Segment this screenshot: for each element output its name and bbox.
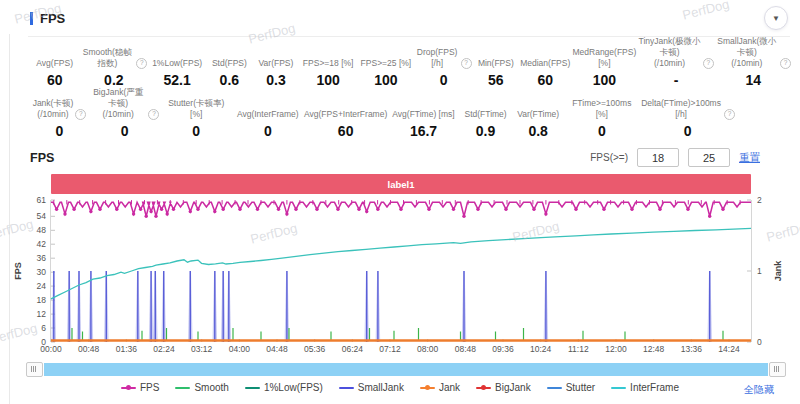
x-tick-label: 12:48	[643, 344, 664, 354]
stat-value: -	[638, 72, 713, 88]
panel-title: FPS	[40, 11, 65, 26]
stat-label: Var(FPS)	[254, 46, 299, 69]
stat-value: 0.3	[254, 72, 299, 88]
x-tick-label: 07:12	[379, 344, 400, 354]
stat-label: Avg(FTime) [ms]	[389, 97, 459, 120]
x-tick-label: 10:24	[530, 344, 551, 354]
chart-plot-area[interactable]: 00:0000:4801:3602:2403:1204:0004:4805:36…	[50, 200, 752, 342]
legend-item-smooth[interactable]: Smooth	[175, 382, 228, 393]
stat-r2-col-8: Var(FTime)0.8	[512, 97, 565, 139]
stat-r1-col-13: SmallJank(微小卡顿) (/10min)14	[715, 46, 792, 88]
legend-line-icon	[611, 387, 626, 389]
y-axis-title: FPS	[12, 200, 24, 342]
x-tick-label: 02:24	[153, 344, 174, 354]
x-tick-label: 12:00	[605, 344, 626, 354]
chart-range-scrollbar	[26, 363, 786, 376]
stat-r1-col-3: 1%Low(FPS)52.1	[148, 46, 206, 88]
legend-item-stutter[interactable]: Stutter	[547, 382, 595, 393]
x-tick-label: 03:12	[191, 344, 212, 354]
scrollbar-right-handle[interactable]	[769, 362, 786, 377]
reset-link[interactable]: 重置	[739, 151, 760, 165]
x-tick-label: 08:00	[417, 344, 438, 354]
stat-label: Drop(FPS) [/h]	[416, 46, 472, 69]
y-tick-label: 30	[37, 267, 46, 277]
legend-line-icon	[339, 387, 354, 389]
stat-label: Median(FPS)	[520, 46, 570, 69]
legend-line-icon	[420, 387, 435, 389]
stat-value: 56	[474, 72, 519, 88]
y-tick-label: 18	[37, 295, 46, 305]
stat-label: MedRange(FPS)[%]	[572, 46, 636, 69]
legend-label: SmallJank	[358, 382, 404, 393]
stat-label: FPS>=18 [%]	[300, 46, 356, 69]
y-tick-label: 36	[37, 253, 46, 263]
scrollbar-left-handle[interactable]	[26, 362, 43, 377]
stat-r1-col-6: FPS>=18 [%]100	[299, 46, 357, 88]
legend-label: InterFrame	[630, 382, 679, 393]
stat-value: 14	[716, 72, 791, 88]
x-tick-label: 05:36	[304, 344, 325, 354]
legend-item-1-low-fps-[interactable]: 1%Low(FPS)	[245, 382, 323, 393]
stat-r2-col-4: Avg(InterFrame)0	[232, 97, 304, 139]
legend-line-icon	[245, 387, 260, 389]
stat-value: 100	[300, 72, 356, 88]
x-tick-label: 04:00	[229, 344, 250, 354]
stat-label: Jank(卡顿) (/10min)	[31, 97, 88, 120]
scrollbar-track[interactable]	[44, 363, 768, 376]
help-icon[interactable]	[780, 58, 791, 69]
stat-r1-col-7: FPS>=25 [%]100	[357, 46, 415, 88]
legend-line-icon	[175, 387, 190, 389]
help-icon[interactable]	[75, 109, 86, 120]
stat-value: 0	[416, 72, 472, 88]
help-icon[interactable]	[136, 58, 147, 69]
stat-value: 100	[572, 72, 636, 88]
stat-value: 16.7	[389, 123, 459, 139]
x-tick-label: 11:12	[568, 344, 589, 354]
title-accent-bar	[30, 12, 33, 25]
help-icon[interactable]	[461, 58, 472, 69]
perfdog-fps-panel: FPS ▼ Avg(FPS)60Smooth(稳帧指数)0.21%Low(FPS…	[0, 0, 800, 404]
legend-label: BigJank	[495, 382, 531, 393]
stat-r1-col-1: Avg(FPS)60	[30, 46, 79, 88]
stat-r2-col-1: Jank(卡顿) (/10min)0	[30, 97, 89, 139]
help-icon[interactable]	[724, 109, 735, 120]
hide-all-link[interactable]: 全隐藏	[744, 383, 774, 397]
stat-r1-col-5: Var(FPS)0.3	[253, 46, 300, 88]
legend-label: Jank	[439, 382, 460, 393]
stat-r1-col-4: Std(FPS)0.6	[206, 46, 253, 88]
legend-line-icon	[547, 387, 562, 389]
stat-label: Std(FPS)	[207, 46, 252, 69]
stat-label: FPS>=25 [%]	[358, 46, 414, 69]
y-tick-label: 12	[37, 309, 46, 319]
x-tick-label: 09:36	[492, 344, 513, 354]
legend-item-smalljank[interactable]: SmallJank	[339, 382, 404, 393]
y-tick-label: 54	[37, 211, 46, 221]
y-tick-label: 24	[37, 281, 46, 291]
y-tick-label: 61	[37, 195, 46, 205]
help-icon[interactable]	[148, 109, 159, 120]
fps-chart-section-header: FPS FPS(>=) 重置	[0, 139, 800, 171]
x-tick-label: 04:48	[266, 344, 287, 354]
legend-label: 1%Low(FPS)	[264, 382, 323, 393]
fps-threshold-input-1[interactable]	[637, 148, 679, 167]
stat-label: FTime>=100ms [%]	[565, 97, 638, 120]
stat-label: Avg(FPS+InterFrame)	[305, 97, 387, 120]
stat-value: 0	[640, 123, 735, 139]
label1-banner[interactable]: label1	[51, 174, 751, 194]
panel-left-edge	[9, 34, 10, 404]
stat-r1-col-10: Median(FPS)60	[519, 46, 571, 88]
fps-threshold-input-2[interactable]	[688, 148, 730, 167]
stat-label: Std(FTime)	[460, 97, 511, 120]
stat-value: 0	[565, 123, 638, 139]
legend-item-bigjank[interactable]: BigJank	[476, 382, 531, 393]
legend-item-fps[interactable]: FPS	[121, 382, 159, 393]
stat-value: 0.2	[80, 72, 147, 88]
help-icon[interactable]	[703, 58, 714, 69]
legend-dot-icon	[481, 385, 486, 390]
collapse-button[interactable]: ▼	[764, 6, 788, 30]
chart-legend: FPSSmooth1%Low(FPS)SmallJankJankBigJankS…	[0, 382, 800, 393]
stat-r1-col-8: Drop(FPS) [/h]0	[415, 46, 473, 88]
stat-r2-col-3: Stutter(卡顿率) [%]0	[160, 97, 232, 139]
legend-item-jank[interactable]: Jank	[420, 382, 460, 393]
legend-item-interframe[interactable]: InterFrame	[611, 382, 679, 393]
